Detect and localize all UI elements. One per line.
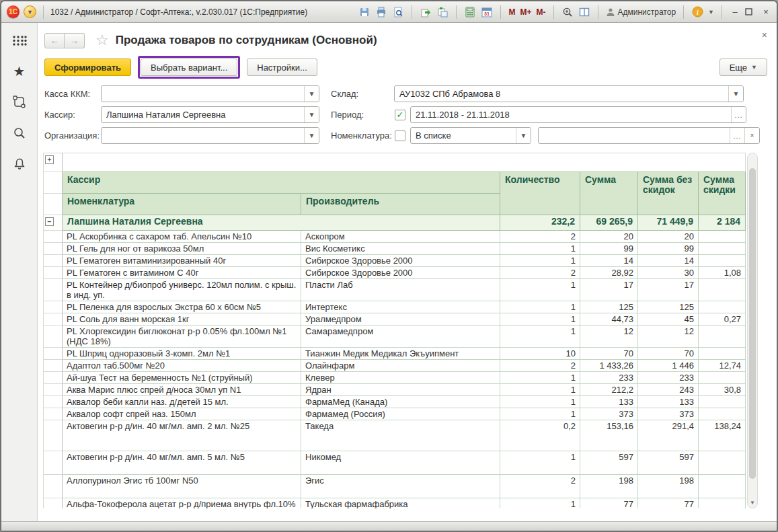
favorite-star-icon[interactable]: ☆: [95, 32, 109, 49]
nomenclature-checkbox[interactable]: [395, 130, 405, 141]
settings-button[interactable]: Настройки...: [247, 59, 317, 76]
cell-quantity[interactable]: 1: [500, 313, 580, 326]
cell-quantity[interactable]: 1: [500, 255, 580, 267]
cell-producer[interactable]: Вис Косметикс: [301, 243, 500, 255]
cell-quantity[interactable]: 1: [500, 243, 580, 255]
cell-sum-no-discount[interactable]: 291,4: [638, 420, 699, 451]
print-icon[interactable]: [375, 6, 387, 18]
memory-add-button[interactable]: M+: [520, 7, 531, 17]
cell-sum-discount[interactable]: 0,27: [699, 313, 746, 326]
cell-sum-no-discount[interactable]: 198: [638, 475, 699, 498]
report-row[interactable]: Актовегин р-р д/ин. 40 мг/мл. амп. 2 мл.…: [44, 420, 746, 451]
cell-sum-no-discount[interactable]: 125: [638, 301, 699, 313]
cell-sum-no-discount[interactable]: 20: [638, 231, 699, 243]
cell-sum-discount[interactable]: [699, 279, 746, 301]
cell-producer[interactable]: Пласти Лаб: [301, 279, 500, 301]
cell-quantity[interactable]: 1: [500, 326, 580, 348]
report-row[interactable]: Актовегин р-р д/ин. 40 мг/мл. амп. 5 мл.…: [44, 451, 746, 475]
cell-quantity[interactable]: 0,2: [500, 420, 580, 451]
favorites-icon[interactable]: ★: [11, 63, 28, 79]
col-header-sum-no-discount[interactable]: Сумма без скидок: [638, 172, 699, 215]
cell-nomenclature[interactable]: PL Пеленка для взрослых Экстра 60 х 60см…: [63, 301, 301, 313]
group-quantity-cell[interactable]: 232,2: [500, 215, 580, 231]
split-window-icon[interactable]: [578, 6, 590, 18]
cell-sum-discount[interactable]: [699, 475, 746, 498]
calendar-icon[interactable]: 31: [481, 6, 493, 18]
cell-quantity[interactable]: 1: [500, 279, 580, 301]
report-row[interactable]: PL Контейнер д/биопроб универс. 120мл по…: [44, 279, 746, 301]
cell-quantity[interactable]: 2: [500, 360, 580, 372]
cell-sum-no-discount[interactable]: 70: [638, 348, 699, 360]
cell-nomenclature[interactable]: PL Гематоген с витамином С 40г: [63, 267, 301, 279]
cell-nomenclature[interactable]: PL Гематоген витаминизированный 40г: [63, 255, 301, 267]
cell-sum[interactable]: 373: [580, 408, 638, 420]
cell-producer[interactable]: Самарамедпром: [301, 326, 500, 348]
cell-sum-discount[interactable]: [699, 231, 746, 243]
nomenclature-clear-button[interactable]: ×: [744, 128, 759, 143]
cell-producer[interactable]: Такеда: [301, 420, 500, 451]
cell-nomenclature[interactable]: Актовегин р-р д/ин. 40 мг/мл. амп. 2 мл.…: [63, 420, 301, 451]
scrollbar-thumb[interactable]: [749, 168, 756, 479]
cell-nomenclature[interactable]: Аквалор беби капли наз. д/детей 15 мл.: [63, 396, 301, 408]
close-button[interactable]: ×: [761, 7, 771, 17]
kkm-input[interactable]: ▼: [101, 85, 319, 102]
col-header-cashier[interactable]: Кассир: [63, 172, 500, 194]
expand-all-button[interactable]: +: [45, 155, 54, 164]
cell-quantity[interactable]: 1: [500, 384, 580, 396]
cell-quantity[interactable]: 1: [500, 396, 580, 408]
group-sum-discount-cell[interactable]: 2 184: [699, 215, 746, 231]
report-row[interactable]: PL Шприц одноразовый 3-комп. 2мл №1Тианж…: [44, 348, 746, 360]
cell-producer[interactable]: Клевер: [301, 372, 500, 384]
report-row[interactable]: PL Гематоген с витамином С 40гСибирское …: [44, 267, 746, 279]
cell-producer[interactable]: Фармамед (Россия): [301, 408, 500, 420]
maximize-button[interactable]: [745, 8, 756, 15]
cell-sum-no-discount[interactable]: 77: [638, 498, 699, 509]
warehouse-input[interactable]: АУ1032 СПб Абрамова 8 ▼: [394, 85, 744, 102]
col-header-quantity[interactable]: Количество: [500, 172, 580, 215]
period-ellipsis-button[interactable]: ...: [731, 107, 746, 122]
cell-sum-no-discount[interactable]: 14: [638, 255, 699, 267]
cell-sum[interactable]: 153,16: [580, 420, 638, 451]
cell-sum-no-discount[interactable]: 99: [638, 243, 699, 255]
cell-producer[interactable]: Аскопром: [301, 231, 500, 243]
cell-sum[interactable]: 1 433,26: [580, 360, 638, 372]
main-menu-button[interactable]: ▼: [24, 5, 36, 18]
report-row[interactable]: PL Аскорбинка с сахаром таб. Апельсин №1…: [44, 231, 746, 243]
col-header-sum[interactable]: Сумма: [580, 172, 638, 215]
search-icon[interactable]: [11, 125, 28, 141]
chevron-down-icon[interactable]: ▼: [304, 86, 319, 102]
cell-quantity[interactable]: 2: [500, 231, 580, 243]
cell-sum[interactable]: 597: [580, 451, 638, 475]
cell-sum[interactable]: 17: [580, 279, 638, 301]
period-checkbox[interactable]: ✓: [395, 110, 405, 120]
vertical-scrollbar[interactable]: ▼: [747, 153, 758, 508]
report-row[interactable]: Альфа-Токоферола ацетат р-р д/приема вну…: [44, 498, 746, 509]
report-row[interactable]: PL Соль для ванн морская 1кгУралмедпром1…: [44, 313, 746, 326]
cell-quantity[interactable]: 1: [500, 451, 580, 475]
cell-nomenclature[interactable]: Адаптол таб.500мг №20: [63, 360, 301, 372]
report-row[interactable]: PL Гель для ног от варикоза 50млВис Косм…: [44, 243, 746, 255]
report-row[interactable]: Аква Марис плюс спрей д/носа 30мл уп N1Я…: [44, 384, 746, 396]
cell-sum-discount[interactable]: [699, 243, 746, 255]
cashier-input[interactable]: Лапшина Наталия Сергеевна ▼: [101, 106, 319, 123]
period-input[interactable]: 21.11.2018 - 21.11.2018 ...: [410, 106, 746, 123]
more-button[interactable]: Еще ▼: [719, 59, 767, 76]
cell-sum-discount[interactable]: [699, 372, 746, 384]
cell-sum-discount[interactable]: [699, 451, 746, 475]
cell-nomenclature[interactable]: PL Хлоргексидин биглюконат р-р 0.05% фл.…: [63, 326, 301, 348]
report-row[interactable]: Аквалор софт спрей наз. 150млФармамед (Р…: [44, 408, 746, 420]
cell-sum-discount[interactable]: 138,24: [699, 420, 746, 451]
cell-sum-discount[interactable]: 12,74: [699, 360, 746, 372]
minimize-button[interactable]: –: [730, 7, 740, 17]
chevron-down-icon[interactable]: ▼: [708, 9, 714, 15]
load-file-icon[interactable]: [420, 6, 432, 18]
cell-producer[interactable]: Интертекс: [301, 301, 500, 313]
cell-producer[interactable]: Сибирское Здоровье 2000: [301, 267, 500, 279]
nomenclature-condition-select[interactable]: В списке ▼: [410, 127, 531, 144]
cell-sum-no-discount[interactable]: 233: [638, 372, 699, 384]
cell-nomenclature[interactable]: PL Соль для ванн морская 1кг: [63, 313, 301, 326]
calculator-icon[interactable]: [464, 6, 476, 18]
cell-producer[interactable]: Эгис: [301, 475, 500, 498]
nav-forward-button[interactable]: →: [65, 33, 85, 48]
cell-sum[interactable]: 198: [580, 475, 638, 498]
